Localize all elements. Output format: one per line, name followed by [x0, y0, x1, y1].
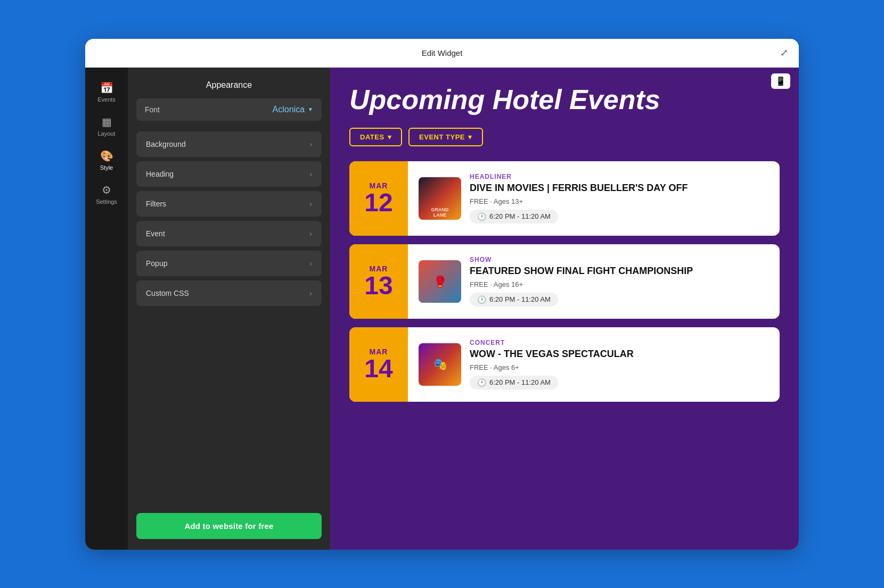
section-label-event: Event — [146, 229, 165, 238]
section-item-custom-css[interactable]: Custom CSS › — [136, 280, 322, 306]
section-label-background: Background — [146, 140, 186, 148]
chevron-right-icon: › — [309, 170, 312, 178]
font-dropdown-arrow: ▼ — [308, 106, 313, 112]
section-list: Background › Heading › Filters › Event ›… — [128, 131, 330, 502]
event-card[interactable]: MAR 13 🥊 SHOW FEATURED SHOW FINAL FIGHT … — [349, 244, 780, 319]
left-panel: Appearance Font Aclonica ▼ Background › … — [128, 68, 330, 550]
sidebar-item-events[interactable]: 📅 Events — [88, 76, 125, 108]
filter-row: DATES ▾ EVENT TYPE ▾ — [349, 128, 780, 146]
event-name: DIVE IN MOVIES | FERRIS BUELLER'S DAY OF… — [470, 183, 769, 194]
font-selector[interactable]: Font Aclonica ▼ — [136, 98, 322, 121]
event-category: SHOW — [470, 256, 769, 263]
sidebar-label-settings: Settings — [96, 198, 117, 205]
event-date-col: MAR 13 — [349, 244, 408, 319]
event-meta: FREE · Ages 6+ — [470, 363, 769, 371]
event-meta: FREE · Ages 16+ — [470, 280, 769, 288]
section-label-filters: Filters — [146, 200, 166, 208]
event-day: 14 — [364, 356, 392, 382]
event-info: SHOW FEATURED SHOW FINAL FIGHT CHAMPIONS… — [470, 256, 769, 307]
event-meta: FREE · Ages 13+ — [470, 197, 769, 205]
chevron-right-icon: › — [309, 289, 312, 297]
thumbnail-movie-image: GRANDLANE — [419, 177, 461, 220]
event-time-value: 6:20 PM - 11:20 AM — [489, 212, 551, 220]
section-item-background[interactable]: Background › — [136, 131, 322, 157]
event-time-value: 6:20 PM - 11:20 AM — [489, 295, 551, 303]
chevron-right-icon: › — [309, 229, 312, 238]
event-day: 13 — [364, 273, 392, 299]
event-info: HEADLINER DIVE IN MOVIES | FERRIS BUELLE… — [470, 173, 769, 223]
filter-dates-arrow: ▾ — [388, 133, 392, 141]
chevron-right-icon: › — [309, 140, 312, 148]
event-card[interactable]: MAR 14 🎭 CONCERT WOW - THE VEGAS SPECTAC… — [349, 327, 780, 402]
widget-preview: 📱 Upcoming Hotel Events DATES ▾ EVENT TY… — [330, 68, 799, 550]
expand-icon[interactable]: ⤢ — [780, 47, 788, 59]
section-label-popup: Popup — [146, 259, 167, 268]
section-item-heading[interactable]: Heading › — [136, 161, 322, 187]
section-item-popup[interactable]: Popup › — [136, 251, 322, 276]
section-item-event[interactable]: Event › — [136, 221, 322, 246]
widget-title: Upcoming Hotel Events — [349, 85, 780, 115]
font-value: Aclonica ▼ — [273, 105, 313, 114]
filter-dates-button[interactable]: DATES ▾ — [349, 128, 402, 146]
filter-dates-label: DATES — [360, 133, 384, 141]
event-time: 🕐 6:20 PM - 11:20 AM — [470, 376, 558, 390]
event-name: WOW - THE VEGAS SPECTACULAR — [470, 349, 769, 360]
panel-footer: Add to website for free — [128, 502, 330, 550]
section-label-custom-css: Custom CSS — [146, 289, 189, 297]
sidebar-item-style[interactable]: 🎨 Style — [88, 144, 125, 176]
font-label: Font — [145, 105, 160, 114]
event-date-col: MAR 14 — [349, 327, 408, 402]
sidebar-label-events: Events — [97, 96, 116, 103]
layout-icon: ▦ — [102, 115, 112, 128]
filter-event-type-label: EVENT TYPE — [419, 133, 465, 141]
modal-title: Edit Widget — [422, 48, 463, 57]
clock-icon: 🕐 — [477, 212, 486, 221]
event-time-value: 6:20 PM - 11:20 AM — [489, 378, 551, 386]
widget-header-controls: 📱 — [771, 76, 790, 86]
event-content: 🥊 SHOW FEATURED SHOW FINAL FIGHT CHAMPIO… — [408, 244, 780, 319]
filter-event-type-button[interactable]: EVENT TYPE ▾ — [408, 128, 482, 146]
sidebar-item-settings[interactable]: ⚙ Settings — [88, 178, 125, 210]
panel-title: Appearance — [128, 68, 330, 98]
add-to-website-button[interactable]: Add to website for free — [136, 513, 322, 539]
clock-icon: 🕐 — [477, 295, 486, 304]
event-info: CONCERT WOW - THE VEGAS SPECTACULAR FREE… — [470, 339, 769, 390]
modal: Edit Widget ⤢ 📅 Events ▦ Layout 🎨 Style … — [85, 39, 799, 550]
style-icon: 🎨 — [100, 150, 113, 162]
event-category: CONCERT — [470, 339, 769, 346]
event-day: 12 — [364, 190, 392, 216]
event-time: 🕐 6:20 PM - 11:20 AM — [470, 293, 558, 307]
events-icon: 📅 — [100, 81, 113, 94]
sidebar-item-layout[interactable]: ▦ Layout — [88, 110, 125, 142]
event-date-col: MAR 12 — [349, 161, 408, 236]
event-content: 🎭 CONCERT WOW - THE VEGAS SPECTACULAR FR… — [408, 327, 780, 402]
event-thumbnail: 🥊 — [419, 260, 461, 303]
event-name: FEATURED SHOW FINAL FIGHT CHAMPIONSHIP — [470, 266, 769, 277]
sidebar-label-style: Style — [100, 164, 113, 171]
modal-header: Edit Widget ⤢ — [85, 39, 799, 68]
section-item-filters[interactable]: Filters › — [136, 191, 322, 217]
chevron-right-icon: › — [309, 200, 312, 208]
section-label-heading: Heading — [146, 170, 174, 178]
event-thumbnail: GRANDLANE — [419, 177, 461, 220]
clock-icon: 🕐 — [477, 378, 486, 387]
filter-event-type-arrow: ▾ — [468, 133, 472, 141]
sidebar-label-layout: Layout — [97, 130, 115, 137]
thumbnail-fight-image: 🥊 — [419, 260, 461, 303]
chevron-right-icon: › — [309, 259, 312, 268]
event-time: 🕐 6:20 PM - 11:20 AM — [470, 210, 558, 223]
sidebar-nav: 📅 Events ▦ Layout 🎨 Style ⚙ Settings — [85, 68, 128, 550]
thumbnail-show-image: 🎭 — [419, 343, 461, 386]
event-thumbnail: 🎭 — [419, 343, 461, 386]
modal-body: 📅 Events ▦ Layout 🎨 Style ⚙ Settings App… — [85, 68, 799, 550]
device-toggle-button[interactable]: 📱 — [771, 73, 790, 89]
event-content: GRANDLANE HEADLINER DIVE IN MOVIES | FER… — [408, 161, 780, 236]
event-card[interactable]: MAR 12 GRANDLANE HEADLINER DIVE IN MOVIE… — [349, 161, 780, 236]
event-category: HEADLINER — [470, 173, 769, 180]
settings-icon: ⚙ — [102, 184, 111, 196]
